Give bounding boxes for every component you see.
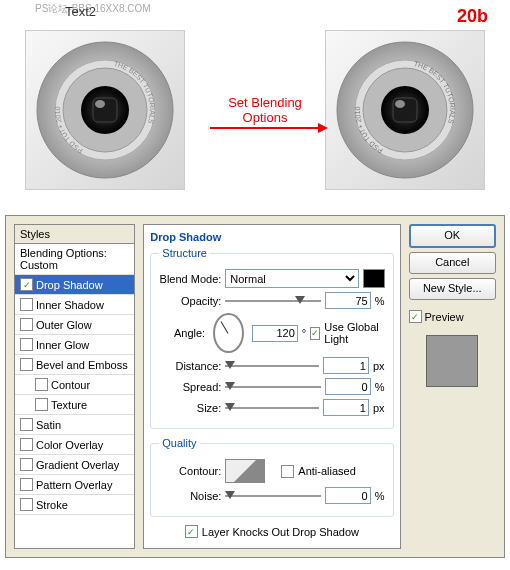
global-light-label: Use Global Light — [324, 321, 384, 345]
structure-group: Structure Blend Mode:Normal Opacity:% An… — [150, 247, 393, 429]
style-label: Texture — [51, 399, 87, 411]
size-input[interactable] — [323, 399, 369, 416]
preview-swatch — [426, 335, 478, 387]
style-checkbox[interactable] — [20, 358, 33, 371]
size-label: Size: — [159, 402, 221, 414]
style-label: Inner Glow — [36, 339, 89, 351]
arrow-icon — [210, 127, 320, 129]
style-label: Satin — [36, 419, 61, 431]
style-item-texture[interactable]: Texture — [15, 395, 134, 415]
svg-point-5 — [95, 100, 105, 108]
style-checkbox[interactable] — [35, 398, 48, 411]
tutorial-header: PS论坛-BBS.16XX8.COM Text2 20b THE BEST TU… — [0, 0, 510, 215]
styles-header[interactable]: Styles — [15, 225, 134, 244]
svg-point-13 — [395, 100, 405, 108]
distance-label: Distance: — [159, 360, 221, 372]
style-checkbox[interactable] — [20, 298, 33, 311]
style-checkbox[interactable] — [20, 418, 33, 431]
style-item-inner-glow[interactable]: Inner Glow — [15, 335, 134, 355]
style-item-gradient-overlay[interactable]: Gradient Overlay — [15, 455, 134, 475]
step-number: 20b — [457, 6, 488, 27]
knockout-checkbox[interactable]: ✓ — [185, 525, 198, 538]
angle-label: Angle: — [159, 327, 205, 339]
panel-title: Drop Shadow — [150, 231, 393, 243]
style-item-pattern-overlay[interactable]: Pattern Overlay — [15, 475, 134, 495]
layer-label: Text2 — [65, 4, 96, 19]
style-item-bevel[interactable]: Bevel and Emboss — [15, 355, 134, 375]
drop-shadow-panel: Drop Shadow Structure Blend Mode:Normal … — [143, 224, 400, 549]
style-label: Pattern Overlay — [36, 479, 112, 491]
distance-slider[interactable] — [225, 358, 319, 374]
cancel-button[interactable]: Cancel — [409, 252, 496, 274]
preview-checkbox[interactable]: ✓ — [409, 310, 422, 323]
size-slider[interactable] — [225, 400, 319, 416]
arrow-label: Set Blending Options — [210, 95, 320, 125]
style-item-contour[interactable]: Contour — [15, 375, 134, 395]
style-checkbox[interactable] — [20, 498, 33, 511]
arrow: Set Blending Options — [210, 95, 320, 129]
new-style-button[interactable]: New Style... — [409, 278, 496, 300]
style-item-satin[interactable]: Satin — [15, 415, 134, 435]
layer-style-dialog: Styles Blending Options: Custom ✓Drop Sh… — [5, 215, 505, 558]
dialog-buttons: OK Cancel New Style... ✓Preview — [409, 224, 496, 549]
style-checkbox[interactable] — [20, 318, 33, 331]
quality-legend: Quality — [159, 437, 199, 449]
style-item-stroke[interactable]: Stroke — [15, 495, 134, 515]
opacity-input[interactable] — [325, 292, 371, 309]
style-label: Bevel and Emboss — [36, 359, 128, 371]
spread-label: Spread: — [159, 381, 221, 393]
style-checkbox[interactable] — [20, 438, 33, 451]
style-label: Inner Shadow — [36, 299, 104, 311]
quality-group: Quality Contour:Anti-aliased Noise:% — [150, 437, 393, 517]
contour-picker[interactable] — [225, 459, 265, 483]
style-item-color-overlay[interactable]: Color Overlay — [15, 435, 134, 455]
style-label: Stroke — [36, 499, 68, 511]
style-label: Gradient Overlay — [36, 459, 119, 471]
lens-after: THE BEST TUTORIALSPSD TUT+ 2010 — [325, 30, 485, 190]
style-label: Color Overlay — [36, 439, 103, 451]
noise-input[interactable] — [325, 487, 371, 504]
spread-slider[interactable] — [225, 379, 320, 395]
style-checkbox[interactable] — [20, 338, 33, 351]
contour-label: Contour: — [159, 465, 221, 477]
blend-mode-label: Blend Mode: — [159, 273, 221, 285]
color-swatch[interactable] — [363, 269, 385, 288]
anti-aliased-checkbox[interactable] — [281, 465, 294, 478]
blending-options-item[interactable]: Blending Options: Custom — [15, 244, 134, 275]
style-label: Outer Glow — [36, 319, 92, 331]
style-label: Contour — [51, 379, 90, 391]
structure-legend: Structure — [159, 247, 210, 259]
style-checkbox[interactable] — [20, 458, 33, 471]
knockout-label: Layer Knocks Out Drop Shadow — [202, 526, 359, 538]
opacity-slider[interactable] — [225, 293, 320, 309]
style-item-outer-glow[interactable]: Outer Glow — [15, 315, 134, 335]
spread-input[interactable] — [325, 378, 371, 395]
style-item-drop-shadow[interactable]: ✓Drop Shadow — [15, 275, 134, 295]
style-checkbox[interactable] — [35, 378, 48, 391]
noise-slider[interactable] — [225, 488, 320, 504]
noise-label: Noise: — [159, 490, 221, 502]
angle-input[interactable] — [252, 325, 298, 342]
style-item-inner-shadow[interactable]: Inner Shadow — [15, 295, 134, 315]
lens-before: THE BEST TUTORIALSPSD TUT+ 2010 — [25, 30, 185, 190]
anti-aliased-label: Anti-aliased — [298, 465, 355, 477]
distance-input[interactable] — [323, 357, 369, 374]
ok-button[interactable]: OK — [409, 224, 496, 248]
opacity-label: Opacity: — [159, 295, 221, 307]
style-checkbox[interactable]: ✓ — [20, 278, 33, 291]
angle-dial[interactable] — [213, 313, 244, 353]
global-light-checkbox[interactable]: ✓ — [310, 327, 320, 340]
blend-mode-select[interactable]: Normal — [225, 269, 358, 288]
preview-label: Preview — [425, 311, 464, 323]
style-label: Drop Shadow — [36, 279, 103, 291]
style-checkbox[interactable] — [20, 478, 33, 491]
styles-list: Styles Blending Options: Custom ✓Drop Sh… — [14, 224, 135, 549]
